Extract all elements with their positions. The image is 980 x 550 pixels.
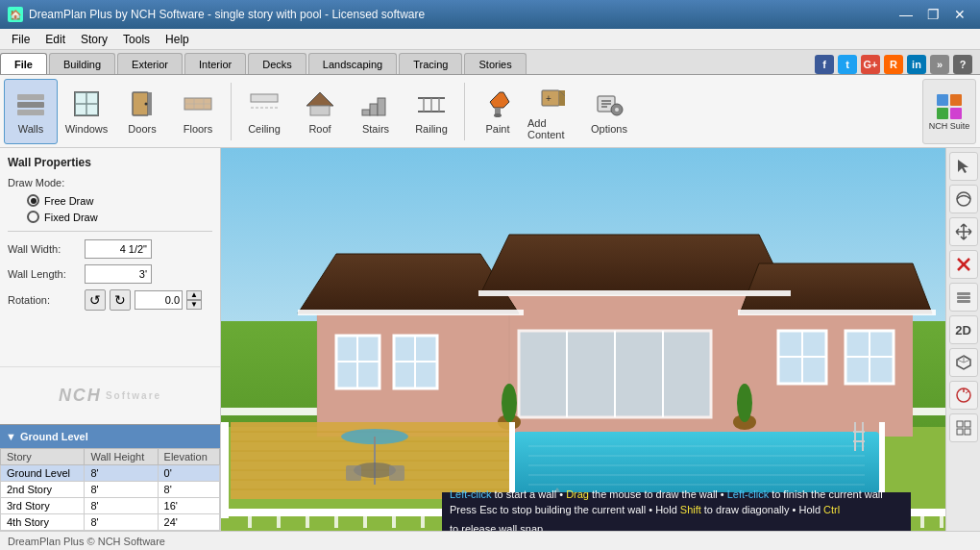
col-wall-height: Wall Height bbox=[85, 449, 158, 465]
svg-point-8 bbox=[145, 102, 148, 105]
wall-length-input[interactable] bbox=[85, 264, 152, 284]
tab-exterior[interactable]: Exterior bbox=[117, 53, 183, 74]
tool-options[interactable]: Options bbox=[582, 79, 636, 144]
draw-mode-label: Draw Mode: bbox=[8, 177, 85, 188]
instr-drag: Drag bbox=[566, 487, 589, 503]
2d-tool-button[interactable]: 2D bbox=[949, 315, 978, 344]
svg-marker-53 bbox=[740, 263, 932, 313]
tab-building[interactable]: Building bbox=[49, 53, 115, 74]
free-draw-radio[interactable]: Free Draw bbox=[27, 194, 212, 207]
elevation: 8' bbox=[158, 482, 219, 498]
delete-tool-button[interactable] bbox=[949, 250, 978, 279]
rotation-row: Rotation: ↺ ↻ ▲ ▼ bbox=[8, 289, 212, 311]
tool-ceiling[interactable]: Ceiling bbox=[237, 79, 291, 144]
grid-tool-button[interactable] bbox=[949, 413, 978, 442]
orbit-tool-button[interactable] bbox=[949, 185, 978, 213]
svg-marker-29 bbox=[559, 90, 565, 106]
tab-stories[interactable]: Stories bbox=[464, 53, 526, 74]
measure-tool-button[interactable] bbox=[949, 381, 978, 410]
story-name: 2nd Story bbox=[1, 482, 85, 498]
tab-interior[interactable]: Interior bbox=[184, 53, 246, 74]
svg-rect-129 bbox=[957, 300, 970, 303]
tool-roof[interactable]: Roof bbox=[293, 79, 347, 144]
menu-edit[interactable]: Edit bbox=[37, 29, 73, 49]
maximize-button[interactable]: ❐ bbox=[920, 5, 945, 24]
table-row[interactable]: 3rd Story 8' 16' bbox=[1, 498, 220, 514]
spin-down-button[interactable]: ▼ bbox=[186, 300, 202, 310]
svg-point-124 bbox=[957, 192, 970, 206]
facebook-icon[interactable]: f bbox=[815, 55, 834, 74]
tool-doors[interactable]: Doors bbox=[115, 79, 169, 144]
tab-tracing[interactable]: Tracing bbox=[399, 53, 462, 74]
rotation-spinner: ▲ ▼ bbox=[186, 290, 202, 310]
help-icon[interactable]: ? bbox=[953, 55, 972, 74]
draw-mode-group: Free Draw Fixed Draw bbox=[27, 194, 212, 223]
instr-leftclick-2: Left-click bbox=[727, 487, 769, 503]
tool-add-content[interactable]: + Add Content bbox=[527, 79, 580, 144]
svg-rect-19 bbox=[370, 104, 378, 115]
svg-point-27 bbox=[494, 113, 502, 117]
nch-logo: NCH Software bbox=[0, 366, 220, 424]
svg-rect-17 bbox=[310, 106, 330, 115]
wall-length-row: Wall Length: bbox=[8, 264, 212, 284]
svg-rect-9 bbox=[148, 92, 152, 115]
tab-decks[interactable]: Decks bbox=[248, 53, 306, 74]
svg-rect-137 bbox=[957, 421, 963, 427]
tool-railing[interactable]: Railing bbox=[404, 79, 458, 144]
tool-walls[interactable]: Walls bbox=[4, 79, 58, 144]
svg-rect-140 bbox=[965, 429, 970, 435]
minimize-button[interactable]: — bbox=[894, 5, 919, 24]
menu-story[interactable]: Story bbox=[73, 29, 115, 49]
free-draw-label: Free Draw bbox=[44, 195, 93, 207]
rss-icon[interactable]: R bbox=[884, 55, 903, 74]
viewport[interactable]: ▲ ◄ ● ► ▼ Left-click to start a wall • D… bbox=[221, 148, 945, 531]
table-row[interactable]: Ground Level 8' 0' bbox=[1, 465, 220, 482]
3d-tool-button[interactable] bbox=[949, 348, 978, 377]
menu-tools[interactable]: Tools bbox=[115, 29, 158, 49]
svg-rect-0 bbox=[17, 102, 44, 108]
svg-rect-6 bbox=[75, 92, 98, 115]
more-icon[interactable]: » bbox=[930, 55, 949, 74]
layers-tool-button[interactable] bbox=[949, 283, 978, 312]
svg-rect-128 bbox=[957, 296, 970, 299]
table-row[interactable]: 2nd Story 8' 8' bbox=[1, 482, 220, 498]
svg-point-76 bbox=[737, 384, 752, 422]
spin-up-button[interactable]: ▲ bbox=[186, 290, 202, 300]
twitter-icon[interactable]: t bbox=[838, 55, 857, 74]
svg-marker-52 bbox=[480, 235, 788, 294]
rotate-right-button[interactable]: ↻ bbox=[110, 289, 131, 311]
story-name: Ground Level bbox=[1, 465, 85, 482]
tool-windows[interactable]: Windows bbox=[60, 79, 113, 144]
table-row[interactable]: 4th Story 8' 24' bbox=[1, 514, 220, 531]
tool-floors[interactable]: Floors bbox=[171, 79, 225, 144]
elevation: 16' bbox=[158, 498, 219, 514]
main-layout: Wall Properties Draw Mode: Free Draw Fix… bbox=[0, 148, 980, 531]
menu-file[interactable]: File bbox=[4, 29, 37, 49]
linkedin-icon[interactable]: in bbox=[907, 55, 926, 74]
wall-properties: Wall Properties Draw Mode: Free Draw Fix… bbox=[0, 148, 220, 366]
free-draw-radio-dot bbox=[27, 194, 39, 207]
menu-help[interactable]: Help bbox=[158, 29, 197, 49]
col-story: Story bbox=[1, 449, 85, 465]
tool-stairs[interactable]: Stairs bbox=[349, 79, 403, 144]
rotate-left-button[interactable]: ↺ bbox=[85, 289, 106, 311]
left-panel: Wall Properties Draw Mode: Free Draw Fix… bbox=[0, 148, 221, 531]
nch-suite-button[interactable]: NCH Suite bbox=[922, 79, 976, 144]
tab-file[interactable]: File bbox=[0, 53, 47, 74]
toolbar: Walls Windows Doors Floors bbox=[0, 75, 980, 148]
google-icon[interactable]: G+ bbox=[861, 55, 880, 74]
elevation: 0' bbox=[158, 465, 219, 482]
walls-icon bbox=[15, 88, 46, 119]
draw-mode-row: Draw Mode: bbox=[8, 177, 212, 188]
pan-tool-button[interactable] bbox=[949, 217, 978, 246]
tab-landscaping[interactable]: Landscaping bbox=[308, 53, 397, 74]
fixed-draw-radio[interactable]: Fixed Draw bbox=[27, 211, 212, 223]
tool-paint[interactable]: Paint bbox=[471, 79, 525, 144]
close-button[interactable]: ✕ bbox=[947, 5, 972, 24]
pointer-tool-button[interactable] bbox=[949, 152, 978, 181]
rotation-input[interactable] bbox=[135, 290, 183, 310]
svg-point-74 bbox=[502, 384, 517, 422]
wall-width-input[interactable] bbox=[85, 239, 152, 259]
toolbar-separator-1 bbox=[231, 83, 232, 140]
wall-width-label: Wall Width: bbox=[8, 243, 85, 255]
